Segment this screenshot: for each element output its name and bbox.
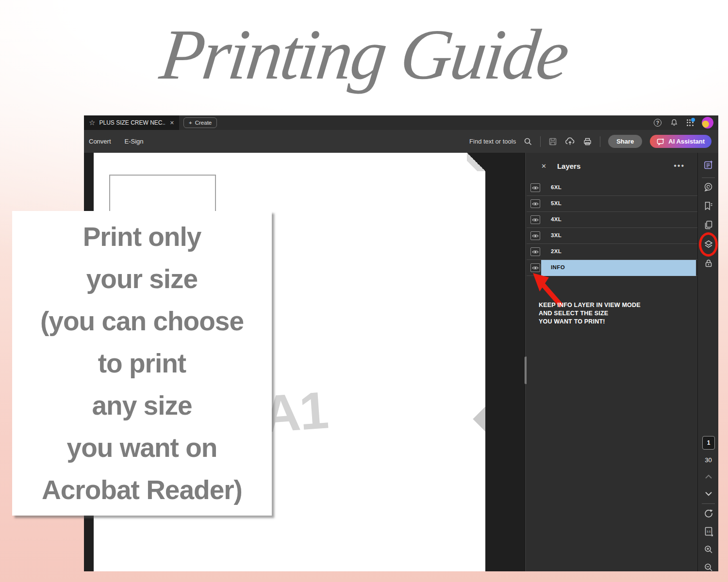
print-instructions-box: Print only your size (you can choose to … (12, 211, 272, 516)
instruction-line: Acrobat Reader) (12, 469, 272, 511)
instruction-line: any size (12, 385, 272, 427)
share-button[interactable]: Share (608, 135, 642, 148)
layer-label: 5XL (551, 200, 562, 206)
comments-icon[interactable] (698, 182, 718, 192)
ai-chat-icon (657, 138, 665, 146)
panel-divider (526, 153, 526, 571)
menu-convert[interactable]: Convert (89, 138, 111, 145)
ai-assistant-label: AI Assistant (668, 138, 705, 145)
total-pages-label: 30 (698, 456, 718, 464)
layer-row-info[interactable]: INFO (527, 260, 697, 276)
zoom-in-icon[interactable] (698, 545, 718, 554)
page-fit-icon[interactable]: 1:1 (698, 526, 718, 537)
print-icon[interactable] (583, 137, 592, 146)
notification-dot (691, 118, 695, 122)
previous-page-icon[interactable] (698, 474, 718, 479)
layer-label: INFO (551, 264, 565, 270)
search-icon[interactable] (524, 137, 532, 146)
ai-summary-icon[interactable] (698, 160, 718, 170)
layer-visibility-toggle[interactable] (530, 263, 540, 272)
layers-panel-header: ✕ Layers ••• (527, 158, 697, 174)
panel-options-icon[interactable]: ••• (674, 162, 685, 170)
tab-bar: ☆ PLUS SIZE CREW NEC... ✕ + Create ? (84, 115, 718, 130)
layer-visibility-toggle[interactable] (530, 231, 540, 240)
tab-title: PLUS SIZE CREW NEC... (99, 119, 165, 126)
layer-label: 4XL (551, 216, 562, 222)
avatar[interactable] (702, 117, 713, 129)
tab-bar-actions: ? (654, 115, 713, 130)
bookmarks-icon[interactable] (698, 201, 718, 211)
pages-icon[interactable] (698, 220, 718, 230)
plus-icon: + (189, 120, 192, 126)
layer-visibility-toggle[interactable] (530, 199, 540, 208)
layer-label: 6XL (551, 184, 562, 190)
fit-label: 1:1 (707, 530, 711, 533)
zoom-out-icon[interactable] (698, 563, 718, 571)
star-icon[interactable]: ☆ (89, 118, 95, 127)
rail-divider (702, 503, 715, 504)
layer-row-5xl[interactable]: 5XL (527, 196, 697, 212)
cloud-upload-icon[interactable] (565, 137, 575, 146)
pattern-diamond (473, 404, 485, 433)
rotate-page-icon[interactable] (698, 508, 718, 518)
red-circle-annotation (699, 232, 718, 257)
instruction-line: you want on (12, 427, 272, 469)
layer-visibility-toggle[interactable] (530, 183, 540, 192)
note-line: YOU WANT TO PRINT! (539, 318, 641, 326)
page-title: Printing Guide (0, 0, 728, 113)
instruction-line: to print (12, 342, 272, 385)
layers-panel-title: Layers (557, 162, 580, 170)
layers-panel: ✕ Layers ••• 6XL 5XL 4XL (527, 153, 697, 571)
next-page-icon[interactable] (698, 491, 718, 496)
page-fold-corner (467, 153, 485, 171)
layer-row-4xl[interactable]: 4XL (527, 212, 697, 228)
layer-visibility-toggle[interactable] (530, 247, 540, 256)
layer-row-3xl[interactable]: 3XL (527, 228, 697, 244)
create-button[interactable]: + Create (183, 117, 217, 128)
note-line: AND SELECT THE SIZE (539, 309, 641, 318)
help-icon[interactable]: ? (654, 119, 662, 127)
share-button-label: Share (616, 138, 634, 145)
instruction-line: your size (12, 258, 272, 300)
save-icon[interactable] (548, 137, 557, 146)
close-panel-icon[interactable]: ✕ (541, 162, 546, 170)
layer-label: 3XL (551, 232, 562, 238)
current-page-input[interactable]: 1 (702, 436, 715, 450)
rail-divider (702, 178, 715, 178)
instruction-line: Print only (12, 216, 272, 258)
toolbar-divider (540, 136, 541, 147)
note-line: KEEP INFO LAYER IN VIEW MODE (539, 301, 641, 309)
document-tab[interactable]: ☆ PLUS SIZE CREW NEC... ✕ (84, 115, 179, 130)
lock-icon[interactable] (698, 259, 718, 268)
ai-assistant-button[interactable]: AI Assistant (650, 135, 711, 148)
toolbar-divider (600, 136, 600, 147)
apps-grid-icon[interactable] (687, 119, 694, 126)
close-tab-icon[interactable]: ✕ (170, 120, 174, 126)
toolbar: Convert E-Sign Find text or tools (84, 130, 718, 153)
layer-row-2xl[interactable]: 2XL (527, 244, 697, 260)
layer-visibility-toggle[interactable] (530, 215, 540, 224)
notifications-bell-icon[interactable] (670, 118, 678, 127)
right-rail: 1 30 1:1 (697, 153, 718, 571)
layer-label: 2XL (551, 248, 562, 254)
layer-row-6xl[interactable]: 6XL (527, 180, 697, 196)
menu-esign[interactable]: E-Sign (125, 138, 144, 145)
instruction-line: (you can choose (12, 300, 272, 342)
layers-note: KEEP INFO LAYER IN VIEW MODE AND SELECT … (539, 301, 641, 326)
find-text-label[interactable]: Find text or tools (469, 138, 516, 145)
create-button-label: Create (195, 120, 212, 126)
